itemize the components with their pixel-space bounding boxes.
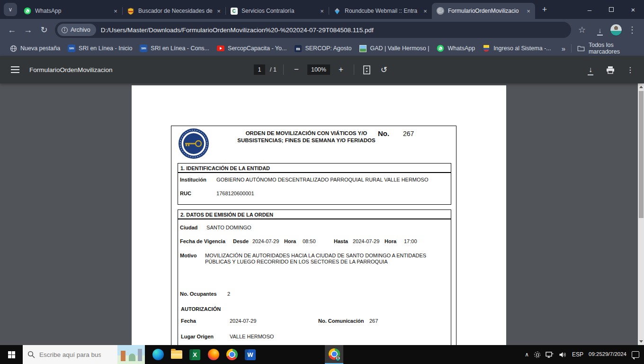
bookmark-sri-consultas[interactable]: SRI SRI en Línea - Cons... <box>136 42 213 55</box>
bookmark-ingreso-sistema[interactable]: Ingreso al Sistema -... <box>479 42 555 55</box>
profile-avatar[interactable] <box>610 24 622 36</box>
start-button[interactable] <box>0 345 23 364</box>
pdf-more-options-button[interactable]: ⋮ <box>624 64 636 76</box>
sri-icon: SRI <box>140 45 147 52</box>
rotate-button[interactable]: ↺ <box>378 64 390 76</box>
back-button[interactable]: ← <box>4 22 20 38</box>
tray-chevron-up-icon[interactable]: ∧ <box>525 351 529 358</box>
firefox-icon <box>208 349 219 360</box>
roundcube-icon <box>333 7 341 15</box>
tab-title: Roundcube Webmail :: Entra <box>345 8 420 14</box>
close-window-button[interactable]: × <box>622 0 644 19</box>
tab-title: WhatsApp <box>35 8 110 14</box>
field-label-hasta: Hasta <box>334 238 348 244</box>
tab-whatsapp[interactable]: WhatsApp × <box>19 3 122 19</box>
tab-close-icon[interactable]: × <box>112 7 119 15</box>
taskbar-search-box[interactable] <box>23 345 145 364</box>
scroll-down-arrow[interactable] <box>638 338 644 345</box>
pdf-document-title: FormularioOrdenMovilizacion <box>29 66 113 73</box>
page-number-input[interactable]: 1 <box>254 64 265 75</box>
all-bookmarks-button[interactable]: Todos los marcadores <box>577 42 638 55</box>
fit-to-page-button[interactable] <box>361 64 373 76</box>
action-center-icon[interactable] <box>632 351 639 358</box>
language-indicator[interactable]: ESP <box>572 351 583 358</box>
pdf-download-button[interactable]: ↓ <box>584 64 597 76</box>
search-highlight-illustration[interactable] <box>117 345 145 364</box>
field-value-motivo: MOVILIZACIÓN DE AUTORIDADES HACIA LA CIU… <box>205 253 450 265</box>
bookmarks-overflow-chevron[interactable]: » <box>562 45 565 53</box>
scroll-up-arrow[interactable] <box>638 83 644 91</box>
scrollbar-thumb[interactable] <box>639 91 644 218</box>
browser-menu-button[interactable]: ⋮ <box>624 22 640 38</box>
pdf-menu-button[interactable] <box>6 60 25 79</box>
gad-landscape-icon <box>359 45 367 52</box>
taskbar-edge-button[interactable] <box>149 345 167 364</box>
tab-buscador-necesidades[interactable]: Buscador de Necesidades de × <box>122 3 225 19</box>
tab-close-icon[interactable]: × <box>525 7 532 15</box>
zoom-out-button[interactable]: − <box>290 65 303 74</box>
tab-close-icon[interactable]: × <box>318 7 326 15</box>
ecuador-crest-icon <box>483 45 490 52</box>
taskbar-gap <box>259 345 325 364</box>
new-tab-button[interactable]: + <box>538 3 551 16</box>
system-tray: ∧ ESP 09:25 29/7/2024 <box>525 345 644 364</box>
taskbar-chrome-active-button[interactable] <box>325 345 343 364</box>
taskbar-excel-button[interactable]: X <box>186 345 204 364</box>
tray-app-icon[interactable] <box>534 352 540 358</box>
bookmark-nueva-pestana[interactable]: Nueva pestaña <box>6 42 64 55</box>
sercop-icon: m <box>294 45 302 52</box>
search-input[interactable] <box>39 351 101 358</box>
autorizacion-title: AUTORIZACIÓN <box>181 306 221 312</box>
viewer-scrollbar[interactable] <box>638 83 644 345</box>
tab-roundcube-webmail[interactable]: Roundcube Webmail :: Entra × <box>329 3 432 19</box>
downloads-button[interactable]: ↓ <box>592 22 608 38</box>
taskbar-clock[interactable]: 09:25 29/7/2024 <box>589 351 626 358</box>
bookmark-sercopcapacita[interactable]: SercopCapacita - Yo... <box>213 42 290 55</box>
whatsapp-icon <box>24 7 31 15</box>
bookmark-whatsapp[interactable]: WhatsApp <box>433 42 479 55</box>
taskbar-firefox-button[interactable] <box>204 345 223 364</box>
bookmark-sercop-agosto[interactable]: m SERCOP: Agosto <box>290 42 355 55</box>
field-value-ruc: 1768120600001 <box>216 191 254 196</box>
edge-icon <box>152 349 164 360</box>
print-button[interactable] <box>604 64 617 76</box>
tab-formulario-orden-movilizacion[interactable]: FormularioOrdenMovilizacio × <box>432 3 535 19</box>
taskbar-pinned-apps: X W <box>149 345 343 364</box>
contraloria-icon: C <box>230 7 238 15</box>
crest-icon <box>127 7 134 15</box>
tab-servicios-contraloria[interactable]: C Servicios Contraloría × <box>225 3 329 19</box>
taskbar-chrome-button[interactable] <box>223 345 241 364</box>
field-value-origen: VALLE HERMOSO <box>230 334 274 339</box>
tab-close-icon[interactable]: × <box>421 7 429 15</box>
field-value-fecha: 2024-07-29 <box>230 318 256 324</box>
address-bar[interactable]: Archivo D:/Users/Master/Downloads/Formul… <box>55 22 571 38</box>
word-icon: W <box>245 349 256 360</box>
toolbar-separator <box>283 64 284 75</box>
field-label-ciudad: Ciudad <box>180 225 205 230</box>
bookmark-star-button[interactable]: ☆ <box>574 22 590 38</box>
forward-button[interactable]: → <box>20 22 36 38</box>
zoom-level-input[interactable]: 100% <box>307 64 330 75</box>
reload-button[interactable]: ↻ <box>36 22 52 38</box>
network-icon[interactable] <box>546 351 554 358</box>
field-label-comunicacion: No. Comunicación <box>318 318 364 324</box>
contraloria-seal-logo <box>178 127 210 162</box>
minimize-button[interactable]: – <box>579 0 600 19</box>
window-controls: – × <box>579 0 644 19</box>
zoom-in-button[interactable]: + <box>335 65 347 74</box>
field-label-ocupantes: No. Ocupantes <box>180 291 226 297</box>
tab-close-icon[interactable]: × <box>215 7 223 15</box>
maximize-button[interactable] <box>600 0 622 19</box>
bookmark-gad-valle-hermoso[interactable]: GAD | Valle Hermoso | <box>355 42 433 55</box>
pdf-viewer[interactable]: ORDEN DE MOVILIZACIÓN CON VIÁTICOS Y/O S… <box>0 83 644 345</box>
field-label-vigencia: Fecha de Vigencia <box>180 238 225 244</box>
file-scheme-chip[interactable]: Archivo <box>57 24 96 36</box>
taskbar-file-explorer-button[interactable] <box>167 345 186 364</box>
taskbar-word-button[interactable]: W <box>241 345 259 364</box>
excel-icon: X <box>189 349 200 360</box>
bookmark-label: Ingreso al Sistema -... <box>493 45 551 52</box>
bookmark-sri-inicio[interactable]: SRI SRI en Línea - Inicio <box>64 42 136 55</box>
volume-icon[interactable] <box>559 351 567 358</box>
tab-search-button[interactable]: ∨ <box>4 3 17 16</box>
windows-logo-icon <box>8 351 15 358</box>
